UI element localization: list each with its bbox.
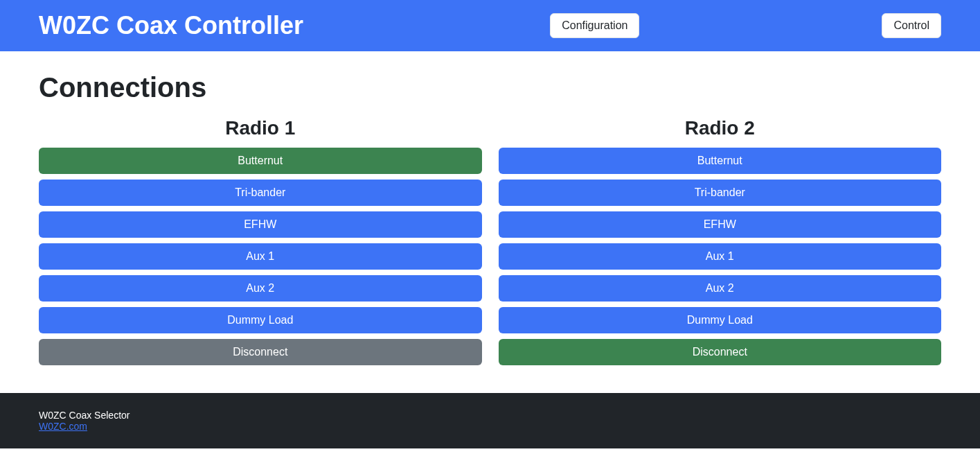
navbar: W0ZC Coax Controller Configuration Contr… [0, 0, 980, 51]
radio2-button-2[interactable]: EFHW [499, 211, 942, 238]
radio1-button-3[interactable]: Aux 1 [39, 243, 482, 270]
footer: W0ZC Coax Selector W0ZC.com [0, 393, 980, 448]
radio2-column: Radio 2 ButternutTri-banderEFHWAux 1Aux … [499, 117, 942, 365]
radio1-button-1[interactable]: Tri-bander [39, 180, 482, 206]
radio2-button-6[interactable]: Disconnect [499, 339, 942, 365]
main-container: Connections Radio 1 ButternutTri-banderE… [0, 51, 980, 393]
radio1-button-5[interactable]: Dummy Load [39, 307, 482, 333]
footer-link[interactable]: W0ZC.com [39, 421, 87, 432]
radio1-title: Radio 1 [39, 117, 482, 139]
radio1-button-6[interactable]: Disconnect [39, 339, 482, 365]
radio2-button-4[interactable]: Aux 2 [499, 275, 942, 302]
navbar-actions: Configuration Control [550, 13, 941, 38]
radio1-button-4[interactable]: Aux 2 [39, 275, 482, 302]
radio1-button-2[interactable]: EFHW [39, 211, 482, 238]
radio2-button-0[interactable]: Butternut [499, 148, 942, 174]
navbar-brand: W0ZC Coax Controller [39, 11, 303, 40]
radio2-button-5[interactable]: Dummy Load [499, 307, 942, 333]
radio1-column: Radio 1 ButternutTri-banderEFHWAux 1Aux … [39, 117, 482, 365]
configuration-button[interactable]: Configuration [550, 13, 639, 38]
radio2-button-list: ButternutTri-banderEFHWAux 1Aux 2Dummy L… [499, 148, 942, 365]
radio2-title: Radio 2 [499, 117, 942, 139]
control-button[interactable]: Control [882, 13, 941, 38]
radio2-button-1[interactable]: Tri-bander [499, 180, 942, 206]
radio1-button-0[interactable]: Butternut [39, 148, 482, 174]
page-title: Connections [39, 72, 941, 103]
columns: Radio 1 ButternutTri-banderEFHWAux 1Aux … [39, 117, 941, 365]
radio2-button-3[interactable]: Aux 1 [499, 243, 942, 270]
radio1-button-list: ButternutTri-banderEFHWAux 1Aux 2Dummy L… [39, 148, 482, 365]
footer-product: W0ZC Coax Selector [39, 410, 941, 421]
